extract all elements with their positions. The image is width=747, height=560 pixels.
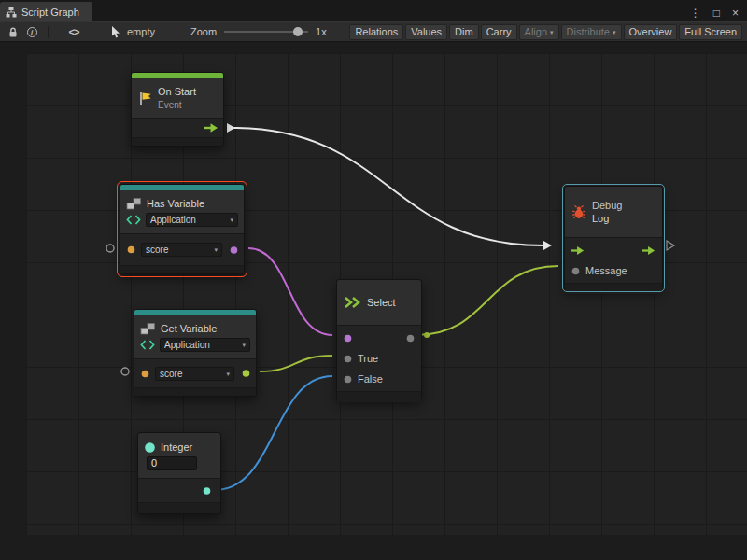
node-title: On Start [158, 85, 196, 98]
wire-select-to-debug-message[interactable] [416, 266, 558, 335]
variable-name-dropdown[interactable]: score ▾ [141, 243, 222, 257]
chevron-down-icon: ▾ [550, 29, 554, 35]
zoom-slider-handle[interactable] [293, 27, 303, 36]
node-title: Get Variable [161, 323, 217, 334]
unconnected-input-indicator [106, 245, 114, 252]
chevron-down-icon: ▾ [226, 371, 230, 377]
bug-icon [571, 204, 586, 219]
flow-arrow-icon [204, 123, 218, 133]
flag-icon [138, 91, 152, 105]
variable-name-value: score [146, 245, 168, 255]
node-on-start[interactable]: On Start Event [131, 72, 224, 147]
true-input-port[interactable] [344, 355, 352, 363]
node-subtitle: Event [158, 99, 196, 111]
close-icon[interactable]: × [732, 7, 739, 19]
wire-arrow-icon [543, 241, 552, 250]
zoom-label: Zoom [190, 26, 217, 37]
integer-literal-icon [144, 441, 156, 454]
port-label-false: False [358, 373, 383, 385]
node-footer [132, 137, 223, 146]
zoom-value: 1x [316, 26, 327, 37]
graph-name-label: empty [127, 26, 155, 37]
integer-value-field[interactable]: 0 [147, 456, 197, 470]
scope-dropdown[interactable]: Application ▾ [146, 213, 238, 227]
value-output-port[interactable] [242, 370, 250, 378]
relations-button[interactable]: Relations [349, 24, 403, 40]
code-preview-button[interactable]: <> [64, 23, 83, 40]
condition-input-port[interactable] [344, 334, 352, 343]
node-footer [337, 391, 421, 402]
toolbar-separator [48, 26, 49, 38]
node-title: Debug [592, 199, 622, 212]
graph-breadcrumb[interactable]: empty [111, 26, 155, 38]
tab-title: Script Graph [21, 7, 79, 18]
node-title: Has Variable [147, 198, 204, 209]
values-button[interactable]: Values [405, 24, 447, 40]
selection-output-port[interactable] [406, 334, 415, 343]
inspect-button[interactable]: i [22, 23, 41, 40]
graph-toolbar: i <> empty Zoom 1x Relations Values Dim … [0, 21, 747, 42]
variable-name-dropdown[interactable]: score ▾ [155, 367, 234, 381]
wire-has-variable-to-select[interactable] [248, 248, 332, 335]
code-icon: <> [69, 26, 79, 37]
unconnected-output-indicator [667, 241, 674, 250]
full-screen-button[interactable]: Full Screen [679, 24, 742, 40]
flow-arrow-icon [571, 245, 585, 256]
node-debug-log[interactable]: Debug Log M [564, 186, 663, 290]
flow-output-port[interactable] [642, 245, 655, 256]
variable-name-value: score [160, 369, 182, 379]
lock-button[interactable] [4, 23, 22, 40]
wire-arrow-icon [227, 123, 235, 133]
port-label-true: True [358, 353, 378, 364]
distribute-button[interactable]: Distribute ▾ [561, 24, 622, 40]
lock-icon [7, 26, 19, 38]
chevron-down-icon: ▾ [230, 217, 233, 223]
variable-boxes-icon [126, 198, 142, 210]
chevron-down-icon: ▾ [613, 29, 616, 35]
scope-dropdown[interactable]: Application ▾ [160, 338, 250, 352]
wire-on-start-to-debug-log[interactable] [232, 128, 543, 245]
node-footer [134, 387, 256, 396]
window-tab-bar: Script Graph ⋮ □ × [0, 0, 747, 21]
zoom-slider[interactable] [224, 25, 308, 38]
flow-arrow-icon [642, 245, 655, 256]
node-select[interactable]: Select True False [336, 279, 422, 400]
port-label-message: Message [585, 265, 627, 276]
name-input-port[interactable] [141, 370, 149, 378]
chevron-down-icon: ▾ [242, 342, 246, 348]
flow-input-port[interactable] [571, 245, 585, 256]
scope-value: Application [164, 340, 210, 350]
false-input-port[interactable] [344, 375, 352, 384]
node-get-variable[interactable]: Get Variable Application ▾ score [134, 309, 257, 397]
message-input-port[interactable] [571, 267, 580, 275]
node-subtitle: Log [592, 212, 622, 225]
bool-output-port[interactable] [230, 245, 238, 254]
node-integer[interactable]: Integer 0 [137, 432, 221, 514]
node-has-variable[interactable]: Has Variable Application ▾ score [120, 184, 245, 274]
carry-button[interactable]: Carry [481, 24, 517, 40]
info-icon: i [27, 27, 37, 37]
node-title: Select [367, 297, 396, 308]
window-controls: ⋮ □ × [690, 7, 747, 21]
align-button[interactable]: Align ▾ [519, 24, 559, 40]
menu-icon[interactable]: ⋮ [690, 7, 701, 19]
graph-icon [6, 7, 17, 18]
tab-script-graph[interactable]: Script Graph [0, 2, 92, 21]
node-footer [138, 502, 220, 513]
node-footer [120, 265, 244, 273]
wire-get-variable-to-select-true[interactable] [260, 356, 332, 371]
maximize-icon[interactable]: □ [713, 7, 720, 19]
wire-endpoint-dot [424, 332, 430, 338]
node-footer [565, 283, 662, 294]
name-input-port[interactable] [127, 245, 135, 254]
unconnected-input-indicator [121, 368, 129, 375]
dim-button[interactable]: Dim [449, 24, 479, 40]
chevron-down-icon: ▾ [214, 246, 218, 253]
scope-value: Application [150, 215, 196, 225]
code-chevrons-icon [140, 340, 155, 350]
overview-button[interactable]: Overview [624, 24, 678, 40]
select-arrows-icon [344, 296, 361, 309]
graph-canvas[interactable]: On Start Event Has Variable [0, 42, 747, 560]
flow-output-port[interactable] [204, 123, 218, 133]
integer-output-port[interactable] [203, 486, 211, 495]
